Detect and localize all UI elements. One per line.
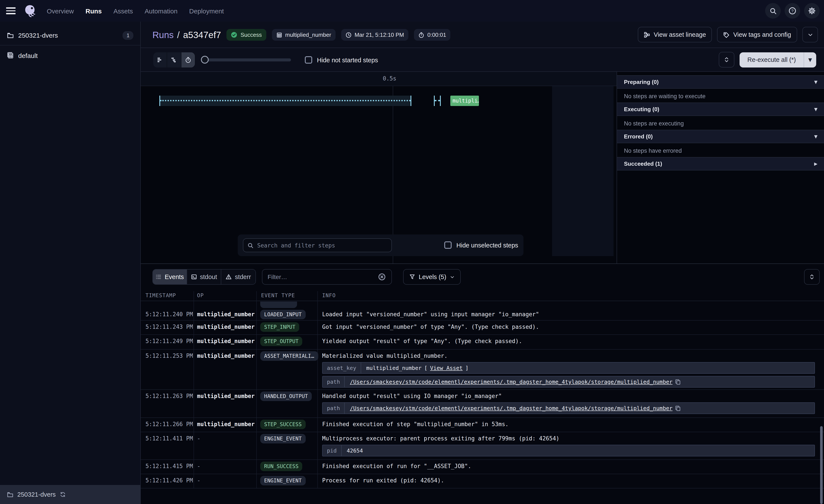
- zoom-slider[interactable]: [202, 58, 291, 61]
- sort-chevrons-icon: [724, 57, 730, 63]
- view-mode-flat-button[interactable]: [153, 52, 167, 68]
- copy-icon[interactable]: [675, 379, 681, 385]
- section-succeeded[interactable]: Succeeded (1) ▶: [617, 157, 824, 170]
- metadata-row-path: path /Users/smackesey/stm/code/elementl/…: [322, 376, 815, 388]
- pid-value: 42654: [341, 447, 368, 454]
- log-row[interactable]: 5:12:11.426 PM - ENGINE_EVENT Process fo…: [141, 474, 824, 488]
- nav-item-assets[interactable]: Assets: [113, 7, 133, 14]
- event-timestamp: 5:12:11.253 PM: [145, 353, 193, 359]
- breadcrumb-runs-link[interactable]: Runs: [152, 30, 174, 40]
- col-timestamp: TIMESTAMP: [145, 292, 176, 298]
- log-row[interactable]: 5:12:11.266 PM multiplied_number STEP_SU…: [141, 418, 824, 432]
- asset-tag[interactable]: multiplied_number: [272, 29, 335, 41]
- search-button[interactable]: [765, 3, 781, 19]
- levels-label: Levels (5): [419, 273, 446, 280]
- event-timestamp: 5:12:11.263 PM: [145, 393, 193, 399]
- events-panel: Events stdout stderr Levels (5) TIMESTAM…: [141, 263, 824, 504]
- event-timestamp: 5:12:11.266 PM: [145, 421, 193, 427]
- tab-stderr[interactable]: stderr: [221, 269, 255, 284]
- event-info: Handled output "result" using IO manager…: [322, 393, 815, 399]
- zoom-slider-knob[interactable]: [201, 56, 209, 64]
- reload-icon[interactable]: [60, 491, 66, 498]
- view-asset-lineage-button[interactable]: View asset lineage: [638, 27, 712, 42]
- log-row[interactable]: 5:12:11.243 PM multiplied_number STEP_IN…: [141, 321, 824, 335]
- waiting-dotted-line: [160, 100, 410, 101]
- help-button[interactable]: ?: [785, 3, 800, 19]
- log-row[interactable]: 5:12:11.415 PM - RUN_SUCCESS Finished ex…: [141, 460, 824, 474]
- log-filter-input[interactable]: [262, 269, 392, 285]
- section-errored[interactable]: Errored (0) ▼: [617, 130, 824, 143]
- left-sidebar: 250321-dvers 1 default 250321-dvers: [0, 22, 141, 504]
- event-op: multiplied_number: [197, 421, 254, 427]
- view-mode-timed-button[interactable]: [181, 52, 195, 68]
- levels-dropdown[interactable]: Levels (5): [403, 269, 460, 285]
- event-timestamp: 5:12:11.240 PM: [145, 311, 193, 318]
- section-preparing[interactable]: Preparing (0) ▼: [617, 75, 824, 89]
- duration-tag[interactable]: 0:00:01: [414, 29, 450, 41]
- dagster-logo[interactable]: [23, 4, 36, 17]
- tab-stdout[interactable]: stdout: [187, 269, 221, 284]
- view-mode-waterfall-button[interactable]: [167, 52, 182, 68]
- gantt-toolbar: Hide not started steps Re-execute all (*…: [141, 48, 824, 72]
- log-scrollbar-thumb[interactable]: [820, 426, 823, 504]
- hide-not-started-checkbox[interactable]: [305, 56, 312, 64]
- gantt-search-panel: Hide unselected steps: [238, 235, 523, 256]
- sort-steps-button[interactable]: [719, 52, 734, 68]
- metadata-row-pid: pid 42654: [322, 445, 815, 457]
- sidebar-job-default[interactable]: default: [0, 45, 140, 65]
- log-row[interactable]: 5:12:11.263 PM multiplied_number HANDLED…: [141, 390, 824, 418]
- breadcrumb-separator: /: [177, 30, 180, 40]
- sidebar-code-location[interactable]: 250321-dvers 1: [0, 25, 140, 45]
- event-op: multiplied_number: [197, 353, 254, 359]
- gantt-highlight-column: [552, 86, 614, 256]
- help-icon: ?: [789, 7, 796, 15]
- reexecute-all-button[interactable]: Re-execute all (*): [740, 52, 804, 67]
- path-link[interactable]: /Users/smackesey/stm/code/elementl/exper…: [350, 379, 673, 385]
- success-check-icon: [231, 31, 237, 38]
- log-row[interactable]: 5:12:11.253 PM multiplied_number ASSET_M…: [141, 350, 824, 390]
- start-time-tag[interactable]: Mar 21, 5:12:10 PM: [341, 29, 408, 41]
- nav-item-runs[interactable]: Runs: [86, 7, 102, 14]
- event-op: multiplied_number: [197, 311, 254, 318]
- metadata-key: pid: [323, 445, 341, 456]
- reexecute-split-button: Re-execute all (*) ▼: [740, 52, 816, 67]
- caret-right-icon: ▶: [814, 161, 818, 166]
- view-asset-link[interactable]: View Asset: [430, 365, 462, 371]
- metadata-row-path: path /Users/smackesey/stm/code/elementl/…: [322, 402, 815, 414]
- footer-location-label: 250321-dvers: [17, 491, 56, 498]
- step-waiting-bar[interactable]: [159, 96, 411, 106]
- log-row[interactable]: 5:12:11.240 PM multiplied_number LOADED_…: [141, 308, 824, 321]
- folder-icon: [7, 32, 14, 39]
- reexecute-options-button[interactable]: ▼: [804, 52, 816, 67]
- sidebar-footer[interactable]: 250321-dvers: [0, 485, 140, 504]
- path-link[interactable]: /Users/smackesey/stm/code/elementl/exper…: [350, 405, 673, 411]
- step-search-input[interactable]: [243, 238, 392, 252]
- tab-events[interactable]: Events: [153, 269, 187, 284]
- event-timestamp: 5:12:11.243 PM: [145, 324, 193, 330]
- hamburger-menu-icon[interactable]: [6, 7, 16, 14]
- gantt-step-bar[interactable]: multipli…: [450, 96, 479, 106]
- caret-down-icon: ▼: [814, 134, 818, 139]
- status-badge[interactable]: Success: [227, 29, 266, 41]
- nav-item-automation[interactable]: Automation: [144, 7, 178, 14]
- nav-item-overview[interactable]: Overview: [47, 7, 74, 14]
- log-row[interactable]: 5:12:11.249 PM multiplied_number STEP_OU…: [141, 335, 824, 350]
- clear-filter-icon[interactable]: [378, 273, 386, 281]
- settings-button[interactable]: [804, 3, 820, 19]
- expand-log-button[interactable]: [804, 269, 820, 285]
- nav-item-deployment[interactable]: Deployment: [189, 7, 224, 14]
- copy-icon[interactable]: [675, 405, 681, 411]
- section-executing[interactable]: Executing (0) ▼: [617, 103, 824, 116]
- waterfall-view-icon: [171, 57, 177, 63]
- log-row[interactable]: 5:12:11.411 PM - ENGINE_EVENT Multiproce…: [141, 432, 824, 460]
- event-op: -: [197, 435, 200, 442]
- log-table-header: TIMESTAMP OP EVENT TYPE INFO: [141, 291, 824, 301]
- section-executing-message: No steps are executing: [617, 116, 824, 130]
- event-type-badge: HANDLED_OUTPUT: [260, 391, 312, 401]
- run-actions-button[interactable]: [802, 27, 818, 42]
- metadata-key: path: [323, 403, 345, 413]
- funnel-icon: [409, 274, 415, 280]
- hide-unselected-checkbox[interactable]: [444, 241, 451, 249]
- section-errored-message: No steps have errored: [617, 144, 824, 157]
- view-tags-config-button[interactable]: View tags and config: [717, 27, 797, 42]
